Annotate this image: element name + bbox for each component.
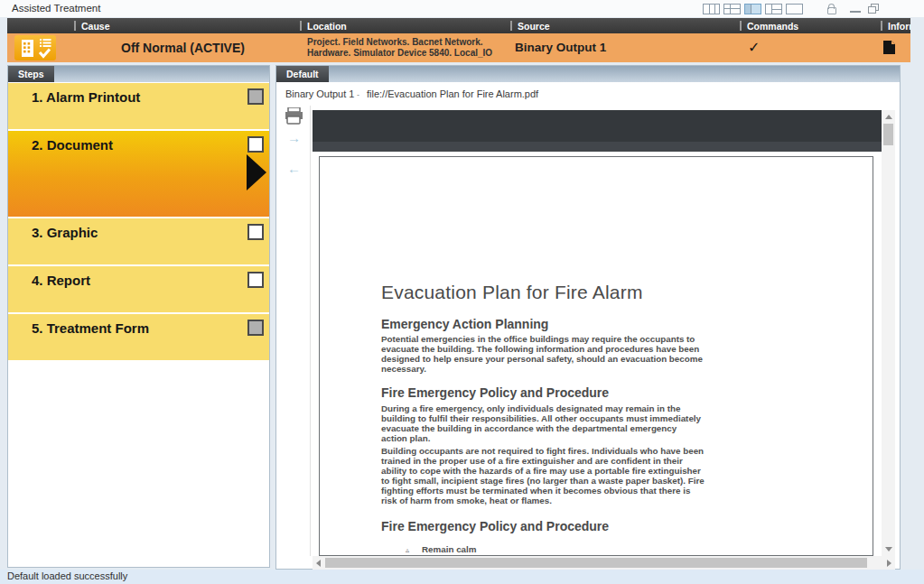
column-commands: Commands (747, 21, 798, 32)
commands-check-icon: ✓ (748, 33, 760, 62)
steps-tabbar: Steps (8, 66, 269, 82)
print-icon[interactable] (285, 107, 304, 128)
breadcrumb-file-path: file://Evacuation Plan for Fire Alarm.pd… (367, 88, 538, 99)
column-separator (74, 21, 76, 31)
pin-lock-icon[interactable] (827, 4, 835, 14)
column-cause: Cause (81, 21, 110, 32)
doc-heading-2: Fire Emergency Policy and Procedure (381, 385, 609, 400)
layout-switcher (703, 4, 803, 14)
restore-button[interactable] (868, 4, 880, 14)
column-separator (881, 21, 882, 31)
step-alarm-printout[interactable]: 1. Alarm Printout (8, 83, 269, 129)
layout-two-pane-icon[interactable] (744, 4, 761, 14)
doc-heading-1: Emergency Action Planning (381, 317, 548, 331)
column-separator (740, 21, 742, 31)
step-checkbox[interactable] (247, 320, 264, 336)
doc-bullet-item: ▵Remain calm (406, 544, 476, 554)
layout-single-pane-icon[interactable] (786, 4, 803, 14)
minimize-button[interactable] (850, 11, 861, 13)
column-source: Source (518, 21, 550, 32)
step-document[interactable]: 2. Document (8, 131, 269, 217)
layout-split-icon[interactable] (765, 4, 782, 14)
alarm-location: Project. Field Networks. Bacnet Network.… (307, 37, 492, 59)
step-treatment-form[interactable]: 5. Treatment Form (8, 314, 269, 360)
window-title: Assisted Treatment (12, 3, 100, 14)
doc-heading-3: Fire Emergency Policy and Procedure (381, 519, 609, 533)
vertical-scroll-thumb[interactable] (883, 124, 893, 145)
status-bar: Default loaded successfully (0, 570, 924, 584)
tab-default[interactable]: Default (276, 66, 329, 82)
status-message: Default loaded successfully (7, 570, 127, 581)
bullet-triangle-icon: ▵ (406, 546, 409, 554)
column-location: Location (307, 21, 347, 32)
step-checkbox[interactable] (247, 272, 264, 288)
alarm-source: Binary Output 1 (515, 33, 606, 62)
doc-paragraph-2: During a fire emergency, only individual… (381, 404, 705, 444)
steps-panel: Steps 1. Alarm Printout 2. Document 3. G… (7, 65, 270, 568)
back-arrow-icon[interactable]: ← (287, 161, 301, 176)
column-information: Information (888, 21, 910, 32)
check-icon (40, 50, 50, 57)
step-report[interactable]: 4. Report (8, 266, 269, 312)
current-step-arrow-icon (247, 154, 266, 190)
forward-arrow-icon[interactable]: → (287, 130, 301, 145)
gutter-divider (310, 106, 311, 556)
horizontal-scroll-thumb[interactable] (325, 558, 867, 568)
tab-steps[interactable]: Steps (8, 66, 54, 82)
information-document-icon[interactable] (883, 41, 895, 58)
breadcrumb: Binary Output 1 - file://Evacuation Plan… (276, 82, 900, 106)
scroll-down-icon[interactable] (885, 547, 892, 552)
breadcrumb-source: Binary Output 1 (285, 88, 354, 99)
horizontal-scrollbar[interactable] (313, 556, 895, 570)
alarm-category-icon (14, 35, 56, 60)
doc-paragraph-1: Potential emergencies in the office buil… (381, 335, 705, 375)
step-checkbox[interactable] (247, 136, 264, 153)
assisted-treatment-window: Assisted Treatment Cause Location Source… (0, 0, 924, 584)
list-icon (40, 39, 51, 47)
pdf-toolbar (313, 110, 882, 152)
vertical-scrollbar[interactable] (882, 110, 895, 556)
doc-paragraph-3: Building occupants are not required to f… (381, 447, 705, 505)
alarm-row[interactable]: Off Normal (ACTIVE) Project. Field Netwo… (7, 33, 910, 62)
alarm-cause: Off Normal (ACTIVE) (121, 33, 245, 62)
column-separator (510, 21, 512, 31)
doc-title: Evacuation Plan for Fire Alarm (381, 282, 643, 303)
document-viewer-panel: Default Binary Output 1 - file://Evacuat… (275, 65, 901, 570)
layout-header-left-icon[interactable] (723, 4, 741, 14)
pdf-page: Evacuation Plan for Fire Alarm Emergency… (319, 156, 873, 556)
layout-three-pane-icon[interactable] (703, 4, 720, 14)
alarm-column-header: Cause Location Source Commands Informati… (7, 18, 910, 33)
breadcrumb-separator: - (357, 90, 359, 99)
viewer-tabbar: Default (276, 66, 900, 82)
scroll-up-icon[interactable] (885, 115, 892, 119)
scroll-left-icon[interactable] (316, 560, 321, 567)
column-separator (300, 21, 302, 31)
scroll-right-icon[interactable] (887, 560, 891, 567)
title-bar: Assisted Treatment (0, 0, 924, 17)
step-checkbox[interactable] (247, 224, 264, 240)
step-graphic[interactable]: 3. Graphic (8, 218, 269, 264)
step-checkbox[interactable] (247, 88, 264, 105)
